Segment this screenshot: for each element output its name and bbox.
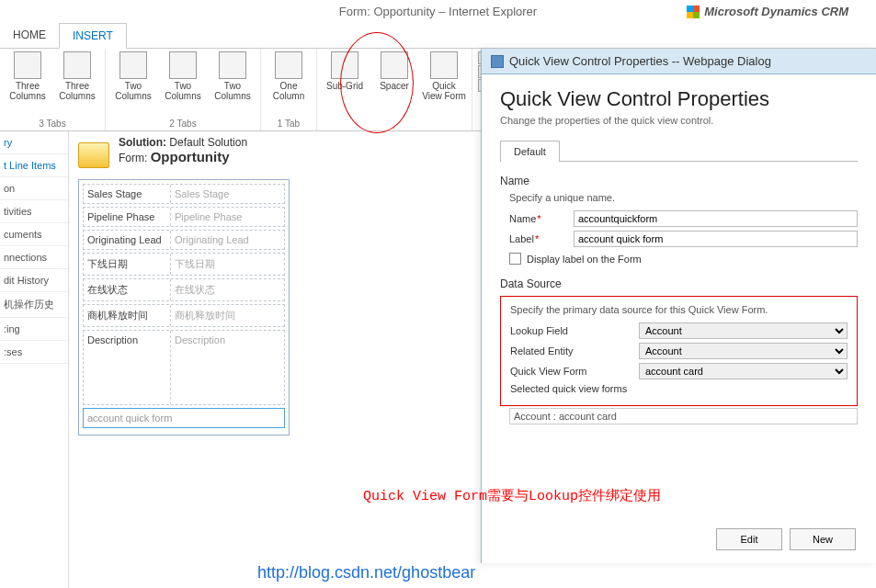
form-field-row[interactable]: Pipeline PhasePipeline Phase <box>83 207 285 227</box>
two-columns-button-2[interactable]: Two Columns <box>161 51 205 117</box>
new-button[interactable]: New <box>790 528 856 550</box>
related-entity-select[interactable]: Account <box>639 343 848 359</box>
ribbon-group-controls: Sub-Grid Spacer Quick View Form <box>317 49 472 130</box>
field-label: 下线日期 <box>84 254 171 275</box>
qvf-placeholder: account quick form <box>84 409 284 427</box>
group-label: 3 Tabs <box>6 119 99 129</box>
menu-tabs: HOME INSERT <box>0 23 876 49</box>
field-placeholder: Description <box>171 331 284 404</box>
three-columns-button-2[interactable]: Three Columns <box>55 51 99 117</box>
two-cols-icon <box>119 51 147 79</box>
group-label: 1 Tab <box>267 119 311 129</box>
field-label: Pipeline Phase <box>84 208 171 226</box>
nav-item[interactable]: tivities <box>0 200 68 223</box>
field-placeholder: 下线日期 <box>171 254 284 275</box>
form-field-row[interactable]: Originating LeadOriginating Lead <box>83 230 285 250</box>
one-col-icon <box>275 51 302 79</box>
dialog-titlebar: Quick View Control Properties -- Webpage… <box>482 49 876 74</box>
field-label: Description <box>84 331 171 404</box>
ribbon-group-1tab: One Column 1 Tab <box>261 49 317 130</box>
tab-default[interactable]: Default <box>500 141 560 162</box>
nav-item[interactable]: dit History <box>0 269 68 292</box>
field-placeholder: Pipeline Phase <box>171 208 284 226</box>
form-field-row[interactable]: 在线状态在线状态 <box>83 278 285 301</box>
form-field-row[interactable]: DescriptionDescription <box>83 330 285 405</box>
qvf-icon <box>430 51 458 79</box>
nav-item[interactable]: 机操作历史 <box>0 292 68 318</box>
tab-insert[interactable]: INSERT <box>59 23 127 49</box>
datasource-box: Specify the primary data source for this… <box>500 296 858 406</box>
lookup-field-select[interactable]: Account <box>639 322 848 339</box>
three-cols-icon <box>63 51 91 79</box>
two-columns-button[interactable]: Two Columns <box>111 51 155 117</box>
quick-view-form-button[interactable]: Quick View Form <box>422 51 466 129</box>
three-columns-button[interactable]: Three Columns <box>6 51 50 117</box>
field-label: 在线状态 <box>84 279 171 300</box>
two-cols-icon <box>219 51 246 79</box>
subgrid-button[interactable]: Sub-Grid <box>323 51 367 129</box>
form-field-row[interactable]: 商机释放时间商机释放时间 <box>83 304 285 327</box>
quick-view-dialog: Quick View Control Properties -- Webpage… <box>481 49 876 563</box>
nav-item[interactable]: cuments <box>0 223 68 246</box>
annotation-red: Quick View Form需要与Lookup控件绑定使用 <box>363 487 661 504</box>
form-field-row[interactable]: Sales StageSales Stage <box>83 184 285 204</box>
spacer-icon <box>381 51 408 79</box>
display-label-checkbox[interactable]: Display label on the Form <box>509 253 858 265</box>
nav-item[interactable]: nnections <box>0 246 68 269</box>
selected-qvf-list[interactable]: Account : account card <box>509 408 858 424</box>
nav-item[interactable]: :ing <box>0 318 68 341</box>
ribbon-group-2tabs: Two Columns Two Columns Two Columns 2 Ta… <box>106 49 261 130</box>
folder-icon <box>78 142 109 168</box>
tab-home[interactable]: HOME <box>0 23 59 48</box>
brand: Microsoft Dynamics CRM <box>687 5 848 18</box>
name-section-title: Name <box>500 175 858 187</box>
nav-item[interactable]: ry <box>0 131 68 154</box>
nav-item[interactable]: t Line Items <box>0 154 68 177</box>
ms-logo-icon <box>687 6 700 18</box>
name-helper: Specify a unique name. <box>509 192 858 203</box>
nav-item[interactable]: :ses <box>0 341 68 364</box>
dialog-heading: Quick View Control Properties <box>500 87 858 111</box>
ribbon-group-3tabs: Three Columns Three Columns 3 Tabs <box>0 49 106 130</box>
nav-item[interactable]: on <box>0 177 68 200</box>
qvf-placeholder-row[interactable]: account quick form <box>83 408 285 428</box>
form-fields: Sales StageSales StagePipeline PhasePipe… <box>78 179 290 435</box>
group-label: 2 Tabs <box>111 119 255 129</box>
grid-icon <box>331 51 358 79</box>
titlebar: Form: Opportunity – Internet Explorer Mi… <box>0 0 876 23</box>
spacer-button[interactable]: Spacer <box>372 51 416 129</box>
ds-helper: Specify the primary data source for this… <box>510 304 848 315</box>
form-field-row[interactable]: 下线日期下线日期 <box>83 253 285 276</box>
annotation-blue: http://blog.csdn.net/ghostbear <box>257 563 475 582</box>
field-placeholder: 商机释放时间 <box>171 305 284 326</box>
field-label: Originating Lead <box>84 231 171 249</box>
edit-button[interactable]: Edit <box>716 528 782 550</box>
three-cols-icon <box>14 51 41 79</box>
qvf-select[interactable]: account card <box>639 363 848 379</box>
one-column-button[interactable]: One Column <box>267 51 311 117</box>
dialog-subtext: Change the properties of the quick view … <box>500 115 858 126</box>
name-input[interactable] <box>574 210 858 227</box>
two-cols-icon <box>169 51 197 79</box>
field-placeholder: Sales Stage <box>171 185 284 203</box>
ie-icon <box>491 55 504 68</box>
datasource-title: Data Source <box>500 277 858 290</box>
checkbox-icon <box>509 253 521 265</box>
field-label: 商机释放时间 <box>84 305 171 326</box>
field-placeholder: Originating Lead <box>171 231 284 249</box>
two-columns-button-3[interactable]: Two Columns <box>210 51 255 117</box>
field-label: Sales Stage <box>84 185 171 203</box>
left-nav: ry t Line Items on tivities cuments nnec… <box>0 131 69 588</box>
window-title: Form: Opportunity – Internet Explorer <box>339 5 537 18</box>
label-input[interactable] <box>574 231 858 247</box>
field-placeholder: 在线状态 <box>171 279 284 300</box>
